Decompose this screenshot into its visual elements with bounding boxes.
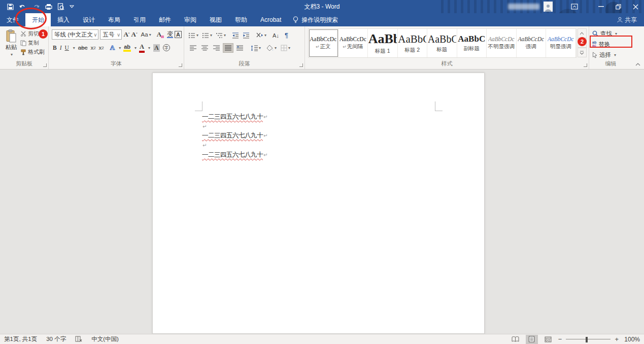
copy-button[interactable]: 复制 (20, 39, 45, 47)
close-button[interactable] (627, 0, 644, 13)
numbering-caret[interactable]: ▾ (210, 33, 212, 38)
tab-design[interactable]: 设计 (76, 13, 101, 26)
sort-button[interactable]: A↓ (273, 32, 279, 39)
zoom-slider[interactable] (566, 336, 611, 343)
text-effects-caret[interactable]: ▾ (119, 46, 121, 50)
empty-line[interactable]: ↵ (202, 141, 267, 150)
zoom-level[interactable]: 100% (623, 336, 640, 343)
find-button[interactable]: 查找 ▾ (592, 29, 629, 38)
tab-home[interactable]: 开始 (25, 13, 51, 26)
style-subtitle[interactable]: AaBbC 副标题 (457, 29, 487, 57)
justify-button[interactable] (223, 44, 233, 52)
character-shading-button[interactable]: A (153, 44, 160, 52)
character-border-button[interactable]: A (175, 31, 182, 38)
distribute-button[interactable] (235, 44, 245, 52)
subscript-button[interactable]: x2 (90, 45, 95, 51)
zoom-out-button[interactable]: − (558, 335, 562, 343)
ribbon-display-options-button[interactable] (566, 0, 583, 13)
text-line[interactable]: 一二三四五六七八九十 ↵ (202, 112, 267, 122)
superscript-button[interactable]: x2 (99, 45, 104, 51)
word-count[interactable]: 30 个字 (46, 335, 66, 343)
language-indicator[interactable]: 中文(中国) (91, 335, 119, 343)
save-button[interactable] (7, 0, 14, 13)
print-preview-button[interactable] (57, 0, 64, 13)
underline-dropdown-caret[interactable]: ▾ (73, 46, 75, 50)
shading-button[interactable]: ▾ (266, 45, 277, 51)
bullets-button[interactable]: ▾ (188, 32, 198, 39)
customize-qat-button[interactable] (70, 0, 74, 13)
zoom-handle[interactable] (586, 337, 588, 342)
enclose-characters-button[interactable]: 字 (163, 44, 170, 51)
style-normal[interactable]: AaBbCcDc ↵正文 (309, 29, 338, 57)
restore-button[interactable] (609, 0, 627, 13)
font-family-combo[interactable]: 等线 (中文正文 ∨ (52, 29, 98, 40)
empty-line[interactable]: ↵ (202, 122, 267, 131)
tab-acrobat[interactable]: Acrobat (254, 13, 288, 26)
shading-caret[interactable]: ▾ (275, 46, 277, 50)
text-line[interactable]: 一二三四五六七八九十 ↵ (202, 131, 267, 141)
align-left-button[interactable] (188, 44, 198, 52)
style-emphasis[interactable]: AaBbCcDc 强调 (517, 29, 547, 57)
highlight-caret[interactable]: ▾ (134, 46, 137, 50)
zoom-in-button[interactable]: + (615, 335, 619, 343)
minimize-button[interactable] (592, 0, 609, 13)
styles-more-button[interactable] (578, 48, 587, 57)
increase-indent-button[interactable] (243, 32, 250, 39)
clear-formatting-button[interactable]: A (157, 30, 161, 39)
print-layout-button[interactable] (526, 335, 538, 344)
web-layout-button[interactable] (542, 335, 554, 344)
clipboard-dialog-launcher[interactable] (43, 63, 47, 67)
read-mode-button[interactable] (510, 335, 522, 344)
tab-insert[interactable]: 插入 (51, 13, 76, 26)
share-button[interactable]: 共享 (617, 13, 644, 26)
find-caret[interactable]: ▾ (615, 31, 617, 36)
decrease-indent-button[interactable] (232, 32, 239, 39)
style-heading1[interactable]: AaBbC 标题 1 (368, 29, 398, 57)
select-button[interactable]: 选择 ▾ (592, 50, 629, 59)
styles-dialog-launcher[interactable] (584, 63, 587, 67)
underline-button[interactable]: U (65, 45, 69, 51)
paste-dropdown-caret[interactable]: ▾ (11, 52, 13, 57)
line-spacing-button[interactable]: ▾ (251, 45, 261, 51)
line-spacing-caret[interactable]: ▾ (259, 46, 261, 50)
grow-font-button[interactable]: Aˆ (123, 30, 129, 39)
avatar[interactable] (544, 2, 553, 12)
strikethrough-button[interactable]: abc (78, 45, 88, 51)
align-right-button[interactable] (212, 44, 221, 52)
bold-button[interactable]: B (53, 45, 57, 51)
collapse-ribbon-button[interactable] (632, 26, 643, 69)
text-line[interactable]: 一二三四五六七八九十 ↵ (202, 150, 267, 160)
tab-view[interactable]: 视图 (203, 13, 228, 26)
bullets-caret[interactable]: ▾ (196, 33, 198, 38)
borders-caret[interactable]: ▾ (288, 46, 290, 50)
font-size-combo[interactable]: 五号 ∨ (100, 29, 122, 40)
tab-layout[interactable]: 布局 (101, 13, 127, 26)
font-color-caret[interactable]: ▾ (148, 46, 150, 50)
style-title[interactable]: AaBbC 标题 (427, 29, 457, 57)
styles-scroll-up-button[interactable] (578, 28, 587, 38)
undo-button[interactable] (19, 0, 28, 13)
tell-me-search[interactable]: 操作说明搜索 (288, 13, 343, 26)
text-effects-button[interactable]: A (110, 44, 115, 52)
paste-button[interactable]: 粘贴 ▾ (2, 28, 20, 61)
style-subtle-emphasis[interactable]: AaBbCcDc 不明显强调 (487, 29, 517, 57)
font-dialog-launcher[interactable] (179, 63, 182, 67)
document-page[interactable]: 一二三四五六七八九十 ↵ ↵ 一二三四五六七八九十 ↵ ↵ 一二三四五六七八九十… (152, 73, 485, 334)
style-no-spacing[interactable]: AaBbCcDc ↵无间隔 (338, 29, 368, 57)
tab-mailings[interactable]: 邮件 (152, 13, 178, 26)
tab-review[interactable]: 审阅 (178, 13, 203, 26)
print-button[interactable] (45, 0, 52, 13)
asian-layout-button[interactable]: ▾ (256, 32, 266, 39)
style-heading2[interactable]: AaBbC 标题 2 (398, 29, 428, 57)
styles-scroll-down-button[interactable] (578, 38, 587, 48)
cut-button[interactable]: 剪切 (20, 30, 45, 38)
highlight-color-button[interactable]: ab (124, 44, 130, 52)
tab-help[interactable]: 帮助 (228, 13, 254, 26)
change-case-button[interactable]: Aa▾ (141, 31, 151, 38)
asian-layout-caret[interactable]: ▾ (264, 33, 266, 38)
select-caret[interactable]: ▾ (614, 53, 616, 57)
borders-button[interactable]: ▾ (281, 45, 290, 51)
proofing-status[interactable] (75, 336, 82, 343)
redo-button[interactable] (33, 0, 40, 13)
multilevel-caret[interactable]: ▾ (224, 33, 226, 38)
